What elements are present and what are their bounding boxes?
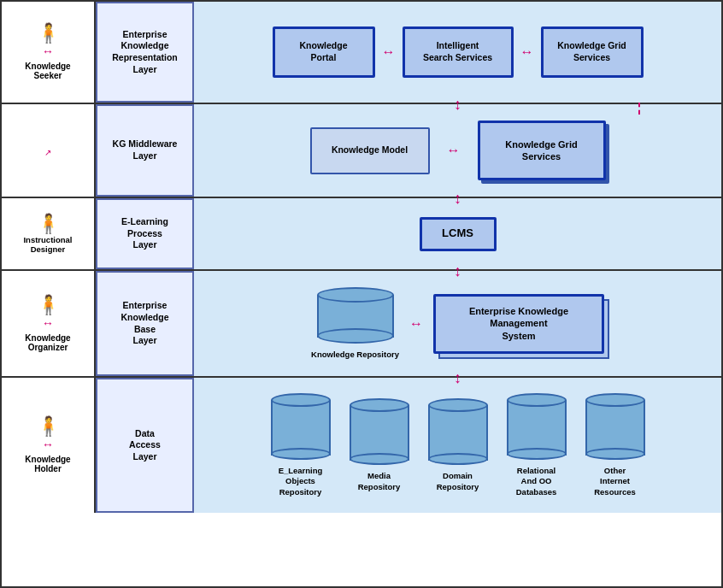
person-col-2: ↗ bbox=[2, 104, 96, 197]
cylinder-5: Other Internet Resources bbox=[580, 393, 650, 497]
layer-label-3: E-Learning Process Layer bbox=[96, 198, 194, 269]
person-label-5: Knowledge Holder bbox=[25, 455, 70, 473]
cyl-label-4: Relational And OO Databases bbox=[502, 466, 572, 497]
row5-cylinders: E_Learning Objects Repository Media Repo… bbox=[199, 393, 716, 497]
cyl-body-3 bbox=[428, 405, 488, 461]
cyl-bottom-2 bbox=[350, 453, 409, 465]
row1-boxes: Knowledge Portal ↔ Intelligent Search Se… bbox=[199, 26, 716, 78]
cyl-bottom-1 bbox=[271, 448, 331, 460]
layer-label-1: Enterprise Knowledge Representation Laye… bbox=[96, 2, 194, 103]
content-2: Knowledge Model ↔ Knowledge Grid Service… bbox=[194, 104, 721, 197]
cylinder-2: Media Repository bbox=[344, 398, 414, 492]
layer-label-4: Enterprise Knowledge Base Layer bbox=[96, 271, 194, 376]
content-4: Knowledge Repository ↔ Enterprise Knowle… bbox=[194, 271, 721, 376]
cyl-top-4 bbox=[507, 393, 567, 407]
person-icon-1: 🧍 bbox=[37, 24, 60, 43]
content-5: E_Learning Objects Repository Media Repo… bbox=[194, 378, 721, 513]
h-arrow-3: ↔ bbox=[447, 143, 461, 158]
content-3: LCMS ↕ bbox=[194, 198, 721, 269]
cyl-body-1 bbox=[271, 400, 331, 456]
cyl-top-2 bbox=[350, 398, 409, 412]
row2-boxes: Knowledge Model ↔ Knowledge Grid Service… bbox=[199, 121, 716, 180]
person-col-5: 🧍 ↔ Knowledge Holder bbox=[2, 378, 96, 513]
cyl-body-5 bbox=[585, 400, 645, 456]
intelligent-search-box: Intelligent Search Services bbox=[403, 26, 514, 78]
cyl-top-3 bbox=[428, 398, 488, 412]
h-arrow-2: ↔ bbox=[520, 44, 534, 60]
architecture-diagram: 🧍 ↔ Knowledge Seeker Enterprise Knowledg… bbox=[0, 0, 723, 588]
layer-row-3: 🧍 Instructional Designer E-Learning Proc… bbox=[2, 198, 721, 271]
cyl-label-5: Other Internet Resources bbox=[580, 466, 650, 497]
cylinder-4: Relational And OO Databases bbox=[502, 393, 572, 497]
repo-bottom bbox=[317, 328, 394, 344]
cyl-top-5 bbox=[585, 393, 645, 407]
cyl-label-1: E_Learning Objects Repository bbox=[266, 466, 336, 497]
kg-services-box-1: Knowledge Grid Services bbox=[541, 26, 644, 78]
cyl-bottom-5 bbox=[585, 448, 645, 460]
cyl-label-2: Media Repository bbox=[344, 471, 414, 492]
h-arrow-1: ↔ bbox=[382, 44, 396, 60]
content-1: Knowledge Portal ↔ Intelligent Search Se… bbox=[194, 2, 721, 103]
person-icon-3: 🧍 bbox=[37, 215, 60, 233]
h-arrow-4: ↔ bbox=[409, 316, 423, 332]
cyl-body-4 bbox=[507, 400, 567, 456]
cyl-top-1 bbox=[271, 393, 331, 407]
cyl-bottom-4 bbox=[507, 448, 567, 460]
arrow-horiz-1: ↔ bbox=[42, 44, 54, 58]
cyl-bottom-3 bbox=[428, 453, 488, 465]
cyl-label-3: Domain Repository bbox=[423, 471, 493, 492]
ekms-wrapper: Enterprise Knowledge Management System bbox=[433, 294, 604, 354]
person-col-1: 🧍 ↔ Knowledge Seeker bbox=[2, 2, 96, 103]
knowledge-model-box: Knowledge Model bbox=[310, 127, 430, 174]
repo-label: Knowledge Repository bbox=[311, 350, 399, 360]
person-label-1: Knowledge Seeker bbox=[25, 62, 70, 80]
layer-row-4: 🧍 ↔ Knowledge Organizer Enterprise Knowl… bbox=[2, 271, 721, 378]
knowledge-repo-container: Knowledge Repository bbox=[311, 287, 399, 360]
knowledge-portal-box: Knowledge Portal bbox=[273, 26, 375, 78]
dashed-v-1 bbox=[638, 103, 640, 115]
kg-services-box-2: Knowledge Grid Services bbox=[478, 121, 606, 180]
v-arrow-4: ↕ bbox=[454, 369, 461, 387]
person-label-3: Instructional Designer bbox=[23, 235, 72, 254]
repo-top bbox=[317, 287, 394, 303]
person-col-4: 🧍 ↔ Knowledge Organizer bbox=[2, 271, 96, 376]
v-arrow-1: ↕ bbox=[454, 96, 461, 114]
layer-row-1: 🧍 ↔ Knowledge Seeker Enterprise Knowledg… bbox=[2, 2, 721, 104]
layer-label-5: Data Access Layer bbox=[96, 378, 194, 513]
v-arrow-3: ↕ bbox=[454, 262, 461, 280]
layer-row-5: 🧍 ↔ Knowledge Holder Data Access Layer E… bbox=[2, 378, 721, 513]
person-icon-5: 🧍 bbox=[37, 417, 60, 436]
row3-box: LCMS bbox=[199, 217, 716, 251]
cylinder-1: E_Learning Objects Repository bbox=[266, 393, 336, 497]
row4-boxes: Knowledge Repository ↔ Enterprise Knowle… bbox=[199, 287, 716, 360]
layer-row-2: ↗ KG Middleware Layer Knowledge Model ↔ … bbox=[2, 104, 721, 198]
v-arrow-2: ↕ bbox=[454, 190, 461, 208]
cylinder-3: Domain Repository bbox=[423, 398, 493, 492]
arrow-horiz-5: ↔ bbox=[42, 438, 54, 451]
person-label-4: Knowledge Organizer bbox=[25, 333, 70, 352]
arrow-horiz-4: ↔ bbox=[42, 316, 54, 330]
ekms-box: Enterprise Knowledge Management System bbox=[433, 294, 604, 354]
layer-label-2: KG Middleware Layer bbox=[96, 104, 194, 197]
person-icon-4: 🧍 bbox=[37, 296, 60, 315]
lcms-box: LCMS bbox=[420, 217, 497, 251]
person-col-3: 🧍 Instructional Designer bbox=[2, 198, 96, 269]
cyl-body-2 bbox=[350, 405, 409, 461]
diagonal-arrow: ↗ bbox=[44, 148, 51, 157]
